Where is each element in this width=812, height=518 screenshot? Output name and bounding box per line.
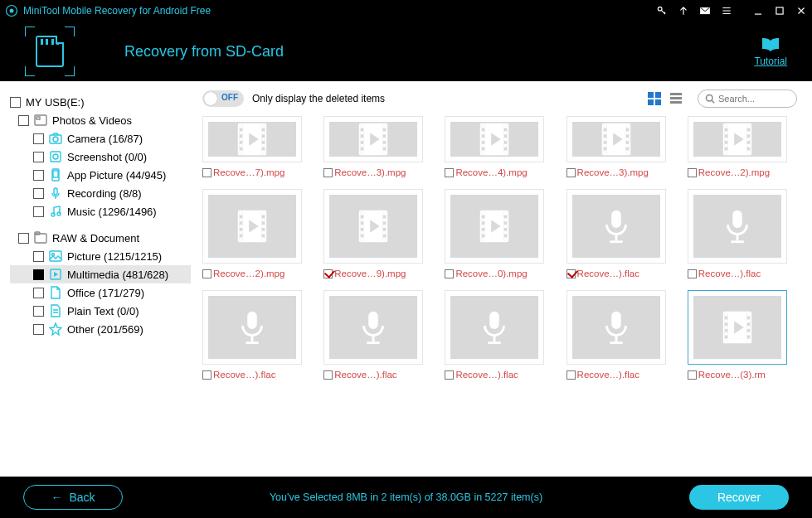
checkbox[interactable]	[33, 188, 44, 199]
item-checkbox[interactable]	[445, 370, 454, 380]
grid-item[interactable]: Recove…).flac	[566, 290, 676, 380]
svg-rect-67	[504, 150, 508, 153]
checkbox[interactable]	[33, 133, 44, 144]
sidebar-section-photos-videos[interactable]: Photos & Videos	[10, 111, 191, 129]
search-box[interactable]	[698, 90, 797, 108]
thumbnail[interactable]	[445, 189, 544, 264]
thumbnail[interactable]	[323, 116, 423, 162]
grid-item[interactable]: Recove…).flac	[323, 290, 433, 380]
sidebar-item-camera[interactable]: Camera (16/87)	[10, 129, 191, 148]
sidebar-item-screenshot[interactable]: Screenshot (0/0)	[10, 148, 191, 166]
checkbox[interactable]	[33, 170, 44, 181]
deleted-only-toggle[interactable]: OFF	[202, 90, 244, 107]
key-icon[interactable]	[651, 0, 673, 22]
upgrade-icon[interactable]	[673, 0, 694, 22]
svg-rect-25	[670, 93, 682, 95]
thumbnail[interactable]	[688, 189, 787, 264]
item-checkbox[interactable]	[202, 269, 212, 278]
search-input[interactable]	[718, 94, 785, 104]
checkbox[interactable]	[33, 288, 44, 298]
sidebar-item-other[interactable]: Other (201/569)	[10, 320, 191, 338]
filename: Recove…2).mpg	[698, 167, 770, 177]
checkbox[interactable]	[33, 269, 44, 280]
thumbnail[interactable]	[323, 189, 423, 264]
caption: Recove…).flac	[566, 370, 676, 380]
checkbox[interactable]	[10, 97, 21, 108]
sidebar-item-label: Picture (1215/1215)	[67, 250, 162, 263]
item-checkbox[interactable]	[445, 168, 454, 177]
grid-item[interactable]: Recove…2).mpg	[202, 189, 312, 278]
item-checkbox[interactable]	[566, 269, 576, 278]
mail-icon[interactable]	[694, 0, 716, 22]
thumbnail[interactable]	[202, 116, 302, 162]
sidebar-item-office[interactable]: Office (171/279)	[10, 283, 191, 302]
thumbnail[interactable]	[688, 116, 787, 162]
thumbnail[interactable]	[202, 189, 302, 264]
checkbox[interactable]	[33, 251, 44, 262]
item-checkbox[interactable]	[445, 269, 454, 278]
recover-button[interactable]: Recover	[689, 485, 789, 510]
thumbnail[interactable]	[688, 290, 787, 365]
sidebar-item-picture[interactable]: Picture (1215/1215)	[10, 247, 191, 265]
caption: Recove…).flac	[688, 269, 797, 278]
grid-item[interactable]: Recove…2).mpg	[688, 116, 797, 177]
checkbox[interactable]	[33, 324, 44, 335]
svg-rect-40	[262, 144, 265, 148]
sidebar-item-apppic[interactable]: App Picture (44/945)	[10, 166, 191, 184]
grid-item[interactable]: Recove…).flac	[688, 189, 797, 278]
grid-item[interactable]: Recove…9).mpg	[323, 189, 433, 278]
thumbnail[interactable]	[566, 189, 666, 264]
item-checkbox[interactable]	[688, 269, 697, 278]
item-checkbox[interactable]	[688, 168, 697, 177]
thumbnail[interactable]	[323, 290, 423, 365]
thumbnail[interactable]	[445, 290, 544, 365]
grid-item[interactable]: Recove…).flac	[445, 290, 554, 380]
sidebar-section-raw-document[interactable]: RAW & Document	[10, 229, 191, 247]
grid-item[interactable]: Recove…4).mpg	[445, 116, 554, 177]
item-checkbox[interactable]	[566, 168, 576, 177]
thumbnail[interactable]	[566, 116, 666, 162]
svg-rect-49	[361, 150, 364, 153]
sidebar-item-multimedia[interactable]: Multimedia (481/628)	[10, 265, 191, 283]
tutorial-link[interactable]: Tutorial	[754, 36, 787, 67]
back-button[interactable]: ← Back	[23, 485, 123, 510]
svg-rect-59	[482, 131, 485, 134]
item-checkbox[interactable]	[202, 168, 212, 177]
item-checkbox[interactable]	[323, 269, 333, 278]
sidebar-item-recording[interactable]: Recording (8/8)	[10, 184, 191, 202]
app-logo-icon	[5, 4, 18, 17]
thumbnail[interactable]	[566, 290, 666, 365]
svg-point-1	[10, 9, 14, 13]
sidebar-item-music[interactable]: Music (1296/1496)	[10, 202, 191, 220]
close-button[interactable]	[790, 0, 812, 22]
sd-card-icon	[25, 27, 75, 76]
grid-item[interactable]: Recove…3).mpg	[323, 116, 433, 177]
item-checkbox[interactable]	[323, 168, 333, 177]
thumbnail[interactable]	[202, 290, 302, 365]
item-checkbox[interactable]	[688, 370, 697, 380]
thumbnail[interactable]	[445, 116, 544, 162]
grid-item[interactable]: Recove…(3).rm	[688, 290, 797, 380]
caption: Recove…3).mpg	[323, 167, 433, 177]
grid-item[interactable]: Recove…3).mpg	[566, 116, 676, 177]
minimize-button[interactable]	[747, 0, 769, 22]
item-checkbox[interactable]	[202, 370, 212, 380]
checkbox[interactable]	[33, 206, 44, 217]
item-checkbox[interactable]	[323, 370, 333, 380]
svg-rect-46	[361, 131, 364, 134]
sidebar-root[interactable]: MY USB(E:)	[10, 93, 191, 111]
checkbox[interactable]	[33, 152, 44, 162]
maximize-button[interactable]	[769, 0, 790, 22]
list-view-button[interactable]	[668, 90, 684, 107]
item-checkbox[interactable]	[566, 370, 576, 380]
grid-item[interactable]: Recove…0).mpg	[445, 189, 554, 278]
checkbox[interactable]	[18, 115, 29, 126]
grid-view-button[interactable]	[646, 90, 663, 107]
sidebar-item-plaintext[interactable]: Plain Text (0/0)	[10, 302, 191, 320]
grid-item[interactable]: Recove…7).mpg	[202, 116, 312, 177]
checkbox[interactable]	[33, 306, 44, 317]
menu-icon[interactable]	[716, 0, 737, 22]
grid-item[interactable]: Recove…).flac	[202, 290, 312, 380]
checkbox[interactable]	[18, 233, 29, 244]
grid-item[interactable]: Recove…).flac	[566, 189, 676, 278]
